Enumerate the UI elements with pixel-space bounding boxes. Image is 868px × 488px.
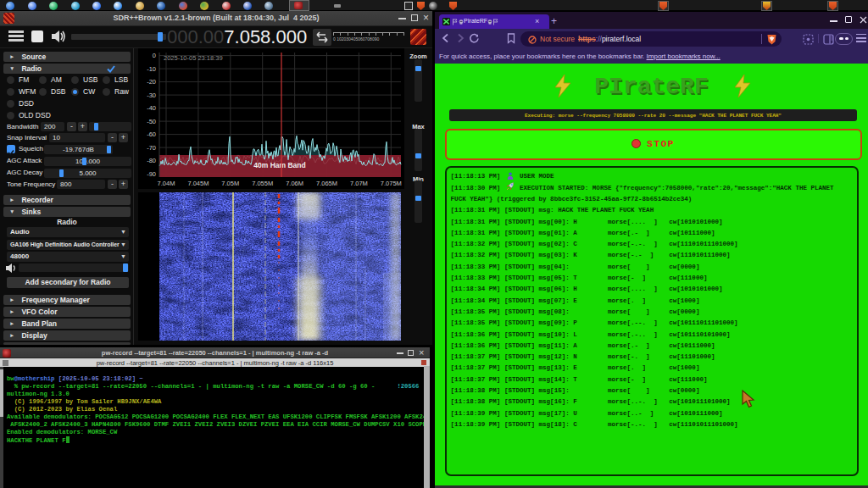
svg-text:7.045M: 7.045M xyxy=(187,180,209,187)
svg-text:-60: -60 xyxy=(147,130,156,138)
svg-text:7.07M: 7.07M xyxy=(350,180,368,187)
svg-text:-40: -40 xyxy=(147,104,156,112)
svg-text:7.06M: 7.06M xyxy=(286,180,303,187)
svg-text:-70: -70 xyxy=(147,144,156,152)
svg-text:-10: -10 xyxy=(147,65,156,73)
svg-text:-80: -80 xyxy=(147,157,156,164)
svg-text:-20: -20 xyxy=(147,78,156,86)
svg-text:7.075M: 7.075M xyxy=(381,180,402,187)
svg-text:7.04M: 7.04M xyxy=(158,180,175,187)
svg-text:-50: -50 xyxy=(147,118,156,125)
svg-text:2025-10-05 23:18:39: 2025-10-05 23:18:39 xyxy=(164,54,223,62)
svg-text:-30: -30 xyxy=(147,92,156,99)
svg-text:7.065M: 7.065M xyxy=(316,180,337,187)
svg-text:7.055M: 7.055M xyxy=(252,180,273,187)
svg-text:7.05M: 7.05M xyxy=(221,180,239,187)
svg-text:0: 0 xyxy=(153,52,156,59)
svg-text:-90: -90 xyxy=(147,170,156,178)
svg-text:40m Ham Band: 40m Ham Band xyxy=(253,161,305,169)
